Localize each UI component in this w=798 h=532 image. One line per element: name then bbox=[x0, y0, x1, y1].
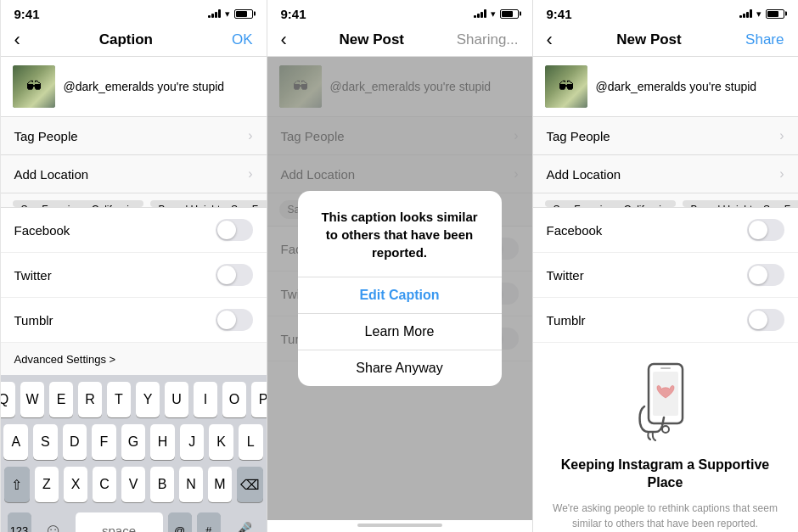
key-h[interactable]: H bbox=[150, 424, 175, 460]
key-y[interactable]: Y bbox=[136, 382, 160, 417]
add-location-label-1: Add Location bbox=[14, 167, 89, 182]
key-o[interactable]: O bbox=[222, 382, 246, 417]
post-preview-3: 🕶 @dark_emeralds you're stupid bbox=[533, 57, 798, 117]
panel-2-content: 🕶 @dark_emeralds you're stupid Tag Peopl… bbox=[267, 57, 532, 520]
key-r[interactable]: R bbox=[78, 382, 102, 417]
location-tag-sf-3[interactable]: San Francisco, California bbox=[545, 200, 676, 207]
key-row-bottom: 123 ☺ space @ # 🎤 bbox=[4, 509, 263, 532]
key-c[interactable]: C bbox=[93, 467, 116, 502]
wifi-icon-3: ▾ bbox=[756, 8, 761, 20]
key-space[interactable]: space bbox=[76, 512, 163, 532]
post-thumbnail-1: 🕶 bbox=[13, 65, 55, 108]
advanced-settings-1[interactable]: Advanced Settings > bbox=[1, 343, 267, 375]
status-icons-2: ▾ bbox=[474, 8, 519, 20]
location-tag-bernal[interactable]: Bernal Heights, San Fr... bbox=[150, 200, 267, 207]
tumblr-toggle-3[interactable] bbox=[747, 309, 784, 331]
signal-icon-3 bbox=[739, 9, 752, 18]
key-p[interactable]: P bbox=[251, 382, 267, 417]
key-shift[interactable]: ⇧ bbox=[4, 467, 31, 502]
status-icons-3: ▾ bbox=[739, 8, 784, 20]
post-preview-1: 🕶 @dark_emeralds you're stupid bbox=[1, 57, 267, 117]
key-q[interactable]: Q bbox=[1, 382, 16, 417]
support-body: We're asking people to rethink captions … bbox=[550, 501, 781, 531]
dialog-title: This caption looks similar to others tha… bbox=[298, 191, 502, 266]
dialog-box: This caption looks similar to others tha… bbox=[298, 191, 502, 386]
key-e[interactable]: E bbox=[49, 382, 73, 417]
signal-icon-1 bbox=[208, 9, 221, 18]
battery-icon-1 bbox=[234, 9, 253, 19]
key-m[interactable]: M bbox=[208, 467, 232, 502]
facebook-toggle-3[interactable] bbox=[747, 219, 784, 241]
twitter-label-3: Twitter bbox=[547, 268, 584, 283]
key-123[interactable]: 123 bbox=[8, 512, 31, 532]
key-s[interactable]: S bbox=[33, 424, 58, 460]
key-i[interactable]: I bbox=[194, 382, 217, 417]
location-tag-bernal-3[interactable]: Bernal Heights, San Fr... bbox=[683, 200, 798, 207]
home-bar-2 bbox=[357, 524, 442, 527]
tumblr-label: Tumblr bbox=[14, 313, 53, 328]
tag-people-item-3[interactable]: Tag People › bbox=[533, 117, 798, 155]
panel-1-caption: 9:41 ▾ ‹ Caption OK 🕶 @dark_emeralds you… bbox=[1, 0, 267, 532]
chevron-icon-3b: › bbox=[779, 166, 784, 182]
nav-title-2: New Post bbox=[340, 31, 405, 48]
keyboard-1: Q W E R T Y U I O P A S D F G H J K L ⇧ … bbox=[1, 375, 267, 532]
key-w[interactable]: W bbox=[20, 382, 44, 417]
key-k[interactable]: K bbox=[209, 424, 233, 460]
status-time-1: 9:41 bbox=[14, 7, 40, 21]
back-button-1[interactable]: ‹ bbox=[14, 29, 20, 51]
battery-icon-2 bbox=[500, 9, 519, 19]
learn-more-button[interactable]: Learn More bbox=[298, 314, 502, 350]
post-caption-3: @dark_emeralds you're stupid bbox=[596, 80, 757, 93]
battery-icon-3 bbox=[766, 9, 784, 19]
key-j[interactable]: J bbox=[180, 424, 205, 460]
tag-people-label-3: Tag People bbox=[547, 129, 610, 143]
location-tag-sf[interactable]: San Francisco, California bbox=[13, 200, 143, 207]
key-b[interactable]: B bbox=[150, 467, 174, 502]
status-bar-3: 9:41 ▾ bbox=[533, 0, 798, 24]
emoji-key[interactable]: ☺ bbox=[37, 514, 70, 532]
key-at[interactable]: @ bbox=[168, 512, 192, 532]
advanced-settings-label: Advanced Settings > bbox=[14, 353, 116, 366]
add-location-item-3[interactable]: Add Location › bbox=[533, 155, 798, 193]
twitter-toggle[interactable] bbox=[216, 264, 253, 286]
facebook-toggle[interactable] bbox=[216, 219, 253, 241]
key-d[interactable]: D bbox=[63, 424, 87, 460]
location-tags-1: San Francisco, California Bernal Heights… bbox=[1, 193, 267, 208]
edit-caption-button[interactable]: Edit Caption bbox=[298, 277, 502, 314]
key-u[interactable]: U bbox=[165, 382, 188, 417]
back-button-2[interactable]: ‹ bbox=[281, 29, 287, 51]
mic-icon[interactable]: 🎤 bbox=[226, 514, 260, 532]
post-caption-1[interactable]: @dark_emeralds you're stupid bbox=[64, 80, 225, 93]
add-location-item-1[interactable]: Add Location › bbox=[1, 155, 267, 193]
key-l[interactable]: L bbox=[239, 424, 263, 460]
key-backspace[interactable]: ⌫ bbox=[237, 467, 263, 502]
status-time-3: 9:41 bbox=[547, 7, 572, 21]
share-anyway-button[interactable]: Share Anyway bbox=[298, 350, 502, 386]
chevron-icon-1a: › bbox=[248, 128, 252, 143]
svg-point-2 bbox=[662, 426, 669, 433]
back-button-3[interactable]: ‹ bbox=[547, 29, 553, 51]
key-z[interactable]: Z bbox=[35, 467, 59, 502]
key-x[interactable]: X bbox=[64, 467, 87, 502]
key-v[interactable]: V bbox=[121, 467, 145, 502]
tumblr-row-3: Tumblr bbox=[533, 298, 798, 342]
key-hash[interactable]: # bbox=[197, 512, 221, 532]
tumblr-toggle[interactable] bbox=[216, 309, 253, 331]
nav-title-1: Caption bbox=[99, 31, 153, 48]
key-n[interactable]: N bbox=[179, 467, 203, 502]
nav-title-3: New Post bbox=[616, 31, 682, 48]
tag-people-item-1[interactable]: Tag People › bbox=[1, 117, 267, 155]
twitter-toggle-3[interactable] bbox=[747, 264, 784, 286]
ok-button[interactable]: OK bbox=[232, 31, 253, 48]
key-t[interactable]: T bbox=[107, 382, 131, 417]
key-row-2: A S D F G H J K L bbox=[4, 424, 263, 460]
status-bar-1: 9:41 ▾ bbox=[1, 0, 267, 24]
facebook-toggle-row: Facebook bbox=[1, 208, 267, 253]
key-f[interactable]: F bbox=[92, 424, 116, 460]
share-button[interactable]: Share bbox=[745, 31, 784, 48]
key-g[interactable]: G bbox=[121, 424, 146, 460]
key-a[interactable]: A bbox=[3, 424, 28, 460]
key-row-3: ⇧ Z X C V B N M ⌫ bbox=[4, 467, 263, 502]
panel-2-newpost: 9:41 ▾ ‹ New Post Sharing... 🕶 bbox=[267, 0, 532, 532]
post-thumbnail-3: 🕶 bbox=[545, 65, 587, 108]
